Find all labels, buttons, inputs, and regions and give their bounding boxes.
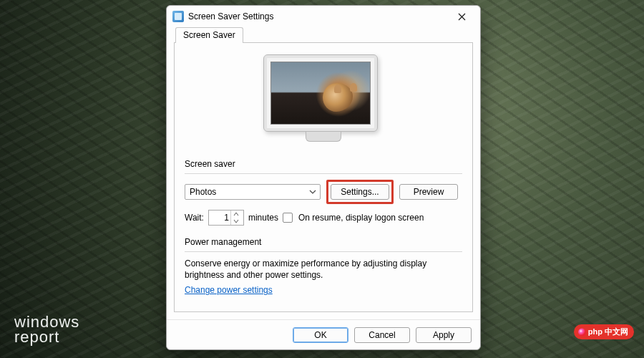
window-title: Screen Saver Settings [188, 11, 447, 21]
divider [185, 251, 462, 252]
tab-strip: Screen Saver [174, 27, 473, 43]
spinner-up[interactable] [230, 211, 242, 218]
monitor-frame [263, 54, 378, 132]
dialog-content: Screen Saver Screen saver Photos [167, 27, 480, 319]
wait-spinner[interactable] [208, 210, 244, 226]
watermark-right-prefix: php [588, 327, 602, 336]
dialog-footer: OK Cancel Apply [167, 319, 480, 349]
wait-row: Wait: minutes On resume, display logon s… [185, 210, 462, 226]
ok-button[interactable]: OK [293, 327, 348, 343]
screen-saver-settings-dialog: Screen Saver Settings Screen Saver [166, 5, 481, 350]
screensaver-group-label: Screen saver [185, 159, 462, 169]
screensaver-controls-row: Photos Settings... Preview [185, 180, 462, 204]
screensaver-select-value: Photos [190, 187, 216, 197]
screensaver-app-icon [172, 11, 184, 22]
chevron-up-icon [233, 212, 239, 216]
watermark-php-cn: php 中文网 [574, 324, 634, 339]
watermark-windowsreport: windows report [14, 315, 79, 345]
monitor-screen [270, 62, 371, 125]
power-management-section: Power management Conserve energy or maxi… [185, 236, 462, 295]
close-button[interactable] [447, 8, 476, 25]
chevron-down-icon [233, 219, 239, 223]
cancel-button[interactable]: Cancel [354, 327, 410, 343]
preview-area [185, 50, 462, 158]
settings-button[interactable]: Settings... [331, 184, 389, 200]
preview-image-cougar [271, 62, 370, 124]
monitor-stand [306, 132, 341, 142]
change-power-settings-link[interactable]: Change power settings [185, 285, 273, 295]
wait-label: Wait: [185, 213, 204, 223]
power-description: Conserve energy or maximize performance … [185, 258, 462, 281]
monitor-graphic [263, 54, 384, 149]
close-icon [458, 13, 466, 21]
tab-screen-saver[interactable]: Screen Saver [175, 27, 243, 43]
screensaver-select[interactable]: Photos [185, 184, 321, 200]
spinner-down[interactable] [230, 218, 242, 225]
apply-button[interactable]: Apply [416, 327, 472, 343]
watermark-line2: report [14, 330, 79, 345]
wait-unit: minutes [248, 213, 278, 223]
preview-button[interactable]: Preview [399, 184, 458, 200]
tutorial-highlight: Settings... [326, 180, 394, 204]
resume-checkbox[interactable] [283, 213, 293, 223]
power-group-label: Power management [185, 237, 462, 247]
titlebar[interactable]: Screen Saver Settings [167, 6, 480, 27]
watermark-right-text: 中文网 [605, 327, 628, 336]
divider [185, 173, 462, 174]
resume-checkbox-label: On resume, display logon screen [298, 213, 424, 223]
tab-panel: Screen saver Photos Settings... Preview … [174, 43, 473, 312]
wait-input[interactable] [209, 211, 230, 224]
chevron-down-icon [308, 188, 317, 196]
